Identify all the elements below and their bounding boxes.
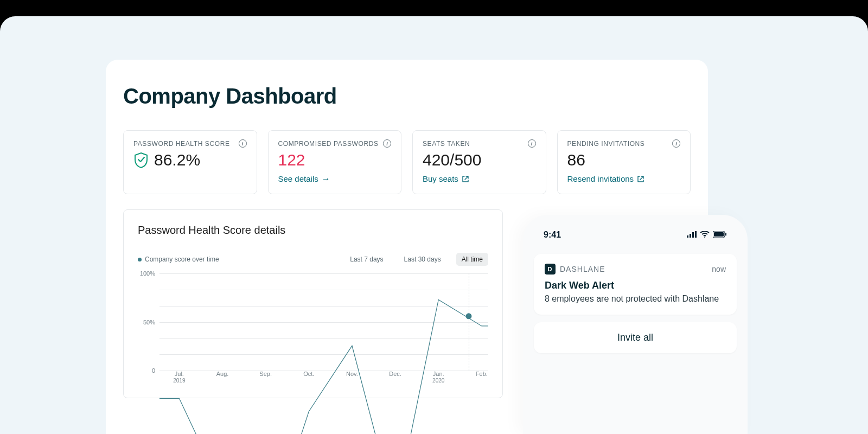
svg-rect-7 [714,232,724,237]
x-label: Oct. [303,371,314,377]
see-details-link[interactable]: See details → [278,174,330,183]
page-title: Company Dashboard [123,84,691,108]
info-icon[interactable]: i [528,139,536,148]
card-label: PENDING INVITATIONS [567,140,645,148]
resend-invitations-link[interactable]: Resend invitations [567,174,645,183]
arrow-right-icon: → [322,175,330,183]
chart-legend: Company score over time [138,256,219,263]
stat-cards-row: PASSWORD HEALTH SCORE i 86.2% COMPROMISE… [123,130,691,194]
card-label: COMPROMISED PASSWORDS [278,140,379,148]
legend-label: Company score over time [145,256,219,263]
y-label: 50% [143,319,155,326]
svg-point-5 [704,237,705,238]
x-label: Nov. [346,371,358,377]
x-label: Jan.2020 [432,371,444,384]
invite-all-button[interactable]: Invite all [534,322,737,353]
phone-time: 9:41 [544,230,561,240]
signal-icon [687,230,697,240]
info-icon[interactable]: i [672,139,680,148]
wifi-icon [700,230,710,240]
chart-title: Password Health Score details [138,224,488,237]
y-label: 100% [140,270,155,277]
info-icon[interactable]: i [239,139,247,148]
x-label: Dec. [389,371,401,377]
card-value: 86.2% [154,151,200,169]
chart-current-marker-line [469,273,469,371]
notification-card[interactable]: D DASHLANE now Dark Web Alert 8 employee… [534,254,737,315]
link-label: Resend invitations [567,174,634,183]
buy-seats-link[interactable]: Buy seats [423,174,469,183]
chart-line [159,273,488,434]
card-label: PASSWORD HEALTH SCORE [133,140,230,148]
shield-check-icon [133,152,149,168]
card-pending-invitations: PENDING INVITATIONS i 86 Resend invitati… [557,130,691,194]
card-value: 86 [567,151,681,169]
card-seats-taken: SEATS TAKEN i 420/500 Buy seats [412,130,546,194]
notif-timestamp: now [712,265,726,273]
main-frame: Company Dashboard PASSWORD HEALTH SCORE … [0,16,868,434]
dashlane-app-icon: D [545,264,556,275]
notif-body: 8 employees are not protected with Dashl… [545,293,726,305]
svg-rect-2 [690,234,691,238]
card-value: 420/500 [423,151,536,169]
battery-icon [713,230,727,240]
notif-app-name: DASHLANE [560,265,707,273]
info-icon[interactable]: i [383,139,391,148]
phone-preview: 9:41 D DASHLANE now Dark Web Alert 8 e [523,215,748,434]
svg-rect-3 [692,232,694,238]
external-link-icon [637,175,644,183]
x-label: Jul.2019 [173,371,185,384]
y-label: 0 [152,367,155,374]
x-axis-labels: Jul.2019Aug.Sep.Oct.Nov.Dec.Jan.2020Feb. [159,371,488,385]
x-label: Aug. [216,371,229,377]
link-label: See details [278,174,318,183]
notif-title: Dark Web Alert [545,280,726,291]
external-link-icon [462,175,469,183]
chart-card: Password Health Score details Company sc… [123,209,503,398]
link-label: Buy seats [423,174,458,183]
x-label: Sep. [259,371,272,377]
x-label: Feb. [476,371,488,377]
range-tab-30d[interactable]: Last 30 days [399,253,446,266]
phone-statusbar: 9:41 [534,230,737,240]
range-tab-all[interactable]: All time [456,253,488,266]
range-tabs: Last 7 days Last 30 days All time [344,253,488,266]
svg-rect-4 [695,231,697,238]
card-password-health: PASSWORD HEALTH SCORE i 86.2% [123,130,257,194]
card-value: 122 [278,151,392,169]
svg-rect-1 [687,235,688,238]
card-label: SEATS TAKEN [423,140,470,148]
chart-area: 100% 50% 0 Jul.2019Aug.Sep.Oct.Nov.Dec.J… [159,273,488,385]
svg-rect-8 [725,233,726,236]
range-tab-7d[interactable]: Last 7 days [344,253,388,266]
y-axis-labels: 100% 50% 0 [138,273,158,371]
legend-dot-icon [138,258,142,261]
button-label: Invite all [617,332,653,343]
card-compromised-passwords: COMPROMISED PASSWORDS i 122 See details … [268,130,402,194]
